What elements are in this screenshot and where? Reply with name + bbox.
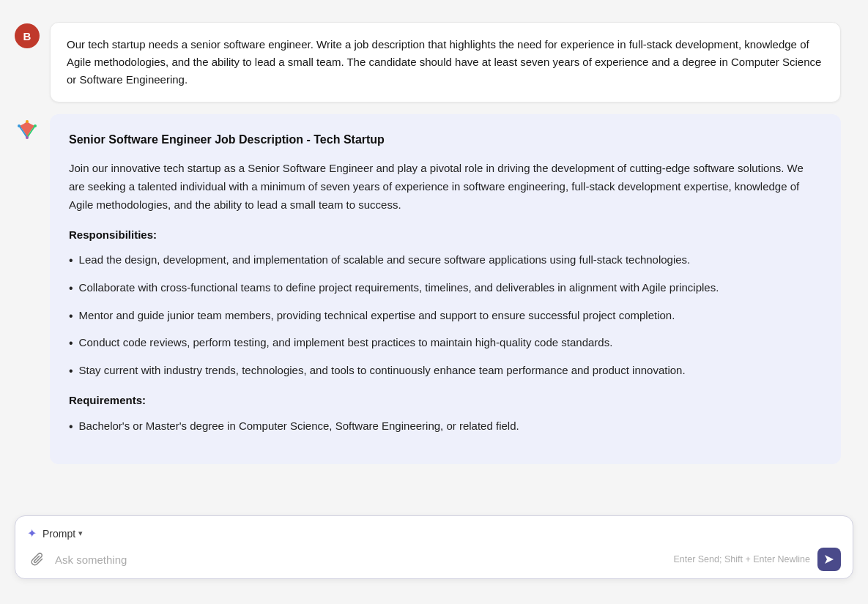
- responsibilities-header: Responsibilities:: [69, 226, 822, 245]
- user-message-text: Our tech startup needs a senior software…: [67, 38, 821, 86]
- ai-logo-icon: [16, 119, 38, 141]
- ai-response-bubble: Senior Software Engineer Job Description…: [50, 114, 841, 464]
- user-message-row: B Our tech startup needs a senior softwa…: [15, 22, 853, 102]
- ai-avatar: [15, 117, 40, 142]
- list-item: Mentor and guide junior team members, pr…: [69, 307, 822, 326]
- list-item: Lead the design, development, and implem…: [69, 251, 822, 270]
- keyboard-hint: Enter Send; Shift + Enter Newline: [673, 554, 810, 564]
- input-row: Enter Send; Shift + Enter Newline: [27, 548, 841, 571]
- list-item: Conduct code reviews, perform testing, a…: [69, 334, 822, 353]
- prompt-dropdown-button[interactable]: Prompt ▾: [42, 528, 83, 540]
- svg-point-2: [34, 124, 37, 127]
- ai-intro-text: Join our innovative tech startup as a Se…: [69, 160, 822, 214]
- requirements-list: Bachelor's or Master's degree in Compute…: [69, 417, 822, 436]
- attach-button[interactable]: [27, 552, 48, 567]
- svg-point-1: [18, 124, 21, 127]
- list-item: Collaborate with cross-functional teams …: [69, 279, 822, 298]
- requirements-header: Requirements:: [69, 392, 822, 410]
- svg-point-3: [26, 136, 29, 139]
- list-item: Bachelor's or Master's degree in Compute…: [69, 417, 822, 436]
- ai-message-row: Senior Software Engineer Job Description…: [15, 114, 853, 464]
- input-area-wrapper: ✦ Prompt ▾ Enter Send; Shift + Enter New…: [0, 508, 868, 589]
- user-avatar: B: [15, 23, 40, 48]
- paperclip-icon: [30, 552, 45, 567]
- prompt-label: Prompt: [42, 528, 75, 540]
- ai-response-title: Senior Software Engineer Job Description…: [69, 130, 822, 149]
- sparkle-icon: ✦: [27, 526, 37, 540]
- ask-input[interactable]: [55, 553, 666, 566]
- send-button[interactable]: [817, 548, 841, 571]
- svg-point-0: [26, 120, 29, 123]
- input-area: ✦ Prompt ▾ Enter Send; Shift + Enter New…: [15, 515, 853, 579]
- list-item: Stay current with industry trends, techn…: [69, 362, 822, 381]
- send-icon: [824, 554, 834, 564]
- user-bubble: Our tech startup needs a senior software…: [50, 22, 841, 102]
- avatar-letter: B: [23, 30, 31, 42]
- responsibilities-list: Lead the design, development, and implem…: [69, 251, 822, 380]
- chevron-down-icon: ▾: [78, 529, 83, 538]
- input-toolbar: ✦ Prompt ▾: [27, 526, 841, 540]
